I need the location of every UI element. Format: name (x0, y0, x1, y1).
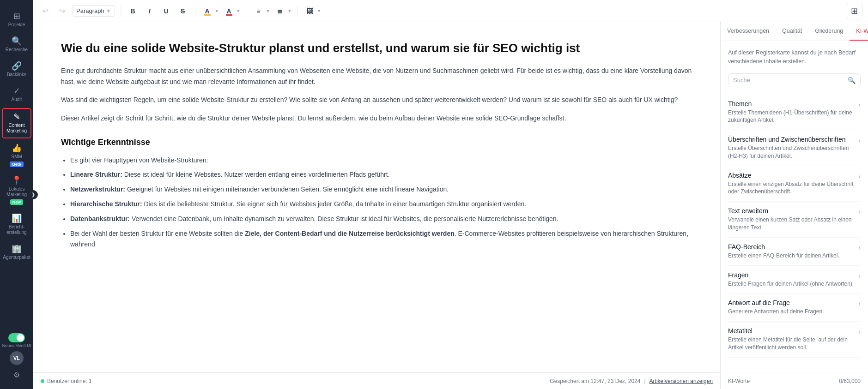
new-menu-toggle[interactable] (8, 333, 25, 342)
panel-item-absatze-title: Absätze (728, 172, 855, 179)
align-dropdown[interactable]: ≡ ▼ (252, 5, 270, 18)
toolbar-right: ⊞ (846, 3, 862, 19)
sidebar-bottom: Neues Menü UI VL ⚙ (2, 333, 31, 385)
settings-gear-icon[interactable]: ⚙ (10, 368, 24, 382)
panel-item-uberschriften-title: Überschriften und Zwischenüberschriften (728, 136, 855, 143)
text-color-dropdown[interactable]: A ▼ (223, 5, 241, 18)
backlinks-label: Backlinks (7, 72, 26, 78)
tab-gliederung[interactable]: Gliederung (808, 22, 850, 41)
bullet-item-3: Hierarchische Struktur: Dies ist die bel… (70, 199, 692, 210)
panel-item-themen-chevron: › (858, 101, 861, 108)
smm-icon: 👍 (12, 144, 22, 152)
sidebar-item-smm[interactable]: 👍SMMBeta (2, 140, 31, 171)
ki-worte-label: KI-Worte (728, 378, 750, 384)
tab-ki-writer[interactable]: KI-Writer (850, 22, 868, 41)
redo-button[interactable]: ↪ (55, 5, 68, 18)
editor-content[interactable]: Wie du eine solide Website-Struktur plan… (33, 22, 720, 372)
content-marketing-label: Content Marketing (5, 123, 29, 134)
lokales-marketing-label: Lokales Marketing (4, 186, 30, 197)
editor-settings-button[interactable]: ⊞ (846, 3, 862, 19)
sidebar-expand-button[interactable]: ❯ (29, 190, 38, 199)
sidebar-item-recherche[interactable]: 🔍Recherche (2, 33, 31, 56)
sidebar: ❯ ⊞Projekte🔍Recherche🔗Backlinks✓Audit✎Co… (0, 0, 33, 389)
text-color-button[interactable]: A (223, 5, 236, 18)
search-box: 🔍 (728, 73, 861, 87)
saved-timestamp: Gespeichert am 12:47, 23 Dez, 2024 (550, 378, 640, 384)
underline-button[interactable]: U (160, 5, 173, 18)
strikethrough-button[interactable]: S (176, 5, 189, 18)
bullet-list: Es gibt vier Haupttypen von Website-Stru… (70, 155, 692, 251)
article-paragraph-1: Was sind die wichtigsten Regeln, um eine… (61, 95, 692, 106)
panel-item-antwort-description: Generiere Antworten auf deine Fragen. (728, 308, 855, 316)
right-panel: VerbesserungenQualitätGliederungKI-Write… (720, 22, 868, 389)
panel-description: Auf dieser Registerkarte kannst du je na… (728, 48, 861, 66)
recherche-label: Recherche (6, 47, 28, 53)
agenturpaket-label: Agenturpaket (3, 255, 30, 260)
editor-area: Wie du eine solide Website-Struktur plan… (33, 22, 868, 389)
tab-verbesserungen[interactable]: Verbesserungen (721, 22, 776, 41)
panel-item-faq-bereich-description: Erstelle einen FAQ-Bereich für deinen Ar… (728, 252, 855, 260)
sidebar-item-projekte[interactable]: ⊞Projekte (2, 8, 31, 31)
italic-button[interactable]: I (143, 5, 156, 18)
panel-item-themen-description: Erstelle Themenideen (H1-Überschriften) … (728, 109, 855, 125)
bullet-item-0: Es gibt vier Haupttypen von Website-Stru… (70, 155, 692, 166)
separator-4 (297, 6, 297, 16)
panel-item-uberschriften[interactable]: Überschriften und ZwischenüberschriftenE… (728, 130, 861, 166)
agenturpaket-icon: 🏢 (12, 245, 22, 253)
panel-item-themen-title: Themen (728, 100, 855, 108)
toolbar: ↩ ↪ Paragraph ▼ B I U S A ▼ A ▼ ≡ (33, 0, 868, 22)
panel-item-absatze-chevron: › (858, 173, 861, 180)
panel-item-metatitel[interactable]: MetatitelErstelle einen Metatitel für di… (728, 322, 861, 358)
panel-item-text-erweitern-description: Verwandle einen kurzen Satz oder Absatz … (728, 216, 855, 232)
sidebar-item-lokales-marketing[interactable]: 📍Lokales MarketingNew (2, 173, 31, 209)
sidebar-item-agenturpaket[interactable]: 🏢Agenturpaket (2, 241, 31, 264)
panel-item-text-erweitern[interactable]: Text erweiternVerwandle einen kurzen Sat… (728, 202, 861, 238)
editor-footer-right: Gespeichert am 12:47, 23 Dez, 2024 | Art… (550, 378, 713, 384)
toggle-label: Neues Menü UI (2, 343, 31, 348)
tab-qualitat[interactable]: Qualität (776, 22, 808, 41)
image-dropdown[interactable]: 🖼 ▼ (303, 5, 321, 18)
projekte-icon: ⊞ (13, 12, 20, 20)
paragraph-dropdown[interactable]: Paragraph ▼ (72, 5, 115, 17)
panel-item-fragen-description: Erstelle Fragen für deinen Artikel (ohne… (728, 280, 855, 288)
separator-2 (195, 6, 195, 16)
panel-item-themen[interactable]: ThemenErstelle Themenideen (H1-Überschri… (728, 95, 861, 131)
align-button[interactable]: ≡ (252, 5, 265, 18)
search-input[interactable] (733, 77, 845, 84)
right-panel-footer: KI-Worte 0/63,000 (721, 373, 868, 389)
bericht-erstellung-icon: 📊 (12, 214, 22, 222)
sidebar-item-content-marketing[interactable]: ✎Content Marketing (2, 108, 31, 138)
search-icon: 🔍 (848, 77, 856, 84)
ki-worte-value: 0/63,000 (839, 378, 861, 384)
panel-item-uberschriften-chevron: › (858, 137, 861, 144)
versions-link[interactable]: Artikelversionen anzeigen (649, 378, 713, 384)
panel-item-antwort[interactable]: Antwort auf die FrageGeneriere Antworten… (728, 293, 861, 322)
audit-label: Audit (12, 97, 22, 102)
bold-button[interactable]: B (127, 5, 140, 18)
section-title: Wichtige Erkenntnisse (61, 135, 692, 150)
main-area: ↩ ↪ Paragraph ▼ B I U S A ▼ A ▼ ≡ (33, 0, 868, 389)
panel-item-text-erweitern-chevron: › (858, 208, 861, 215)
audit-icon: ✓ (13, 87, 20, 95)
paragraph-chevron: ▼ (106, 8, 111, 13)
sidebar-item-backlinks[interactable]: 🔗Backlinks (2, 58, 31, 81)
panel-item-faq-bereich[interactable]: FAQ-BereichErstelle einen FAQ-Bereich fü… (728, 238, 861, 266)
undo-button[interactable]: ↩ (39, 5, 52, 18)
highlight-dropdown[interactable]: A ▼ (201, 5, 219, 18)
separator-1 (121, 6, 121, 16)
user-avatar[interactable]: VL (10, 351, 24, 365)
panel-item-fragen[interactable]: FragenErstelle Fragen für deinen Artikel… (728, 266, 861, 294)
smm-badge: Beta (10, 162, 24, 167)
panel-item-absatze[interactable]: AbsätzeErstelle einen einzigen Absatz fü… (728, 166, 861, 202)
panel-item-faq-bereich-title: FAQ-Bereich (728, 243, 855, 251)
sidebar-item-bericht-erstellung[interactable]: 📊Bericht-erstellung (2, 210, 31, 239)
sidebar-item-audit[interactable]: ✓Audit (2, 83, 31, 106)
lokales-marketing-icon: 📍 (12, 176, 22, 185)
highlight-button[interactable]: A (201, 5, 214, 18)
article-title: Wie du eine solide Website-Struktur plan… (61, 41, 692, 56)
panel-item-antwort-chevron: › (858, 300, 861, 307)
list-dropdown[interactable]: ≣ ▼ (273, 5, 291, 18)
content-marketing-icon: ✎ (13, 113, 20, 121)
image-button[interactable]: 🖼 (303, 5, 316, 18)
list-button[interactable]: ≣ (273, 5, 286, 18)
